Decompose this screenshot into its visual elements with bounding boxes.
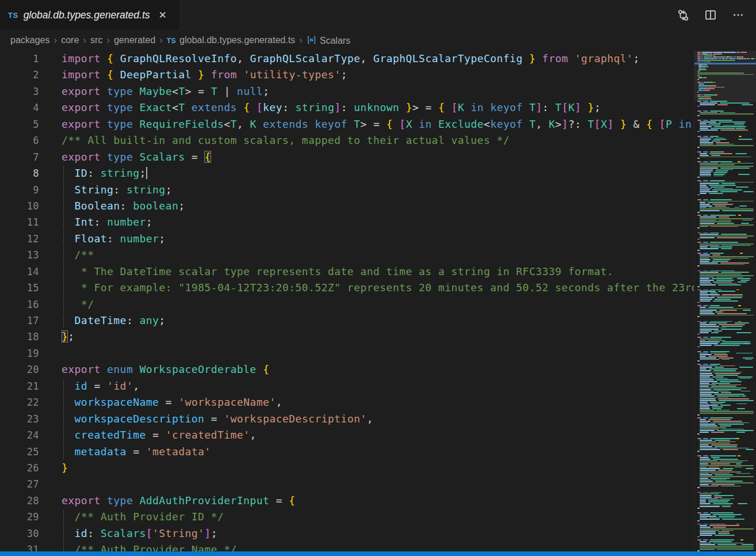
- text-cursor: [146, 167, 147, 179]
- line-number: 4: [0, 100, 39, 116]
- indent-guide: [63, 297, 64, 312]
- line-number: 13: [0, 247, 39, 263]
- code-line-text: workspaceName = 'workspaceName',: [39, 394, 282, 410]
- code-line[interactable]: 9 String: string;: [0, 182, 694, 198]
- code-line-text: export type Exact<T extends { [key: stri…: [39, 100, 601, 116]
- code-line[interactable]: 19: [0, 345, 694, 361]
- code-line[interactable]: 26}: [0, 460, 694, 476]
- split-editor-icon[interactable]: [704, 9, 717, 21]
- breadcrumb-symbol-name: Scalars: [320, 36, 350, 45]
- code-line[interactable]: 10 Boolean: boolean;: [0, 198, 694, 214]
- code-line-text: id = 'id',: [39, 378, 139, 394]
- code-line[interactable]: 16 */: [0, 296, 694, 313]
- breadcrumb-item-core[interactable]: core: [61, 35, 79, 45]
- code-line[interactable]: 27: [0, 476, 694, 492]
- code-line-text: String: string;: [39, 182, 172, 198]
- open-changes-icon[interactable]: [677, 9, 689, 21]
- tab-global-db-types-generated[interactable]: TS global.db.types.generated.ts ✕: [0, 0, 180, 30]
- code-line-text: * For example: "1985-04-12T23:20:50.52Z"…: [39, 280, 694, 296]
- breadcrumb-item-src[interactable]: src: [90, 35, 102, 45]
- typescript-file-icon: TS: [167, 37, 176, 45]
- code-line[interactable]: 15 * For example: "1985-04-12T23:20:50.5…: [0, 280, 694, 296]
- line-number: 9: [0, 182, 39, 198]
- breadcrumb-separator: ›: [299, 35, 303, 46]
- code-line-text: Int: number;: [39, 214, 152, 230]
- code-line[interactable]: 1import { GraphQLResolveInfo, GraphQLSca…: [0, 51, 694, 67]
- code-line-text: ID: string;: [39, 165, 147, 181]
- line-number: 24: [0, 427, 39, 443]
- breadcrumb-file-name: global.db.types.generated.ts: [180, 35, 295, 45]
- code-line[interactable]: 30 id: Scalars['String'];: [0, 525, 694, 542]
- line-number: 11: [0, 214, 39, 230]
- code-line[interactable]: 21 id = 'id',: [0, 378, 694, 394]
- code-line-text: Boolean: boolean;: [39, 198, 185, 214]
- line-number: 2: [0, 67, 39, 83]
- breadcrumb-item-packages[interactable]: packages: [10, 35, 50, 45]
- code-line[interactable]: 7export type Scalars = {: [0, 149, 694, 165]
- code-line-text: export type AddAuthProviderInput = {: [39, 493, 295, 509]
- breadcrumb-separator: ›: [83, 35, 86, 46]
- line-number: 27: [0, 476, 39, 492]
- code-editor[interactable]: 1import { GraphQLResolveInfo, GraphQLSca…: [0, 51, 694, 551]
- minimap[interactable]: [694, 51, 756, 551]
- indent-guide: [63, 444, 64, 459]
- line-number: 5: [0, 116, 39, 132]
- breadcrumb-item-file[interactable]: TSglobal.db.types.generated.ts: [167, 35, 295, 45]
- indent-guide: [63, 231, 64, 246]
- code-line[interactable]: 20export enum WorkspaceOrderable {: [0, 361, 694, 378]
- code-line[interactable]: 12 Float: number;: [0, 231, 694, 247]
- code-line[interactable]: 24 createdTime = 'createdTime',: [0, 427, 694, 443]
- code-line[interactable]: 11 Int: number;: [0, 214, 694, 230]
- line-number: 3: [0, 83, 39, 100]
- indent-guide: [63, 166, 64, 181]
- code-line[interactable]: 31 /** Auth Provider Name */: [0, 542, 694, 551]
- code-line[interactable]: 29 /** Auth Provider ID */: [0, 509, 694, 525]
- line-number: 10: [0, 198, 39, 214]
- line-number: 6: [0, 132, 39, 148]
- code-line-text: [39, 476, 62, 492]
- code-line[interactable]: 6/** All built-in and custom scalars, ma…: [0, 132, 694, 148]
- code-line[interactable]: 18};: [0, 329, 694, 345]
- code-line[interactable]: 28export type AddAuthProviderInput = {: [0, 493, 694, 509]
- breadcrumb-item-symbol[interactable]: Scalars: [307, 35, 350, 46]
- breadcrumb-separator: ›: [159, 35, 163, 46]
- indent-guide: [63, 264, 64, 279]
- breadcrumb-item-generated[interactable]: generated: [114, 35, 155, 45]
- code-line[interactable]: 14 * The DateTime scalar type represents…: [0, 264, 694, 280]
- code-line[interactable]: 25 metadata = 'metadata': [0, 444, 694, 460]
- more-actions-icon[interactable]: [732, 9, 744, 21]
- editor-actions: [677, 0, 756, 30]
- code-line[interactable]: 2import { DeepPartial } from 'utility-ty…: [0, 67, 694, 83]
- code-line-text: }: [39, 460, 68, 476]
- line-number: 1: [0, 51, 39, 67]
- close-tab-icon[interactable]: ✕: [157, 9, 169, 21]
- code-line[interactable]: 23 workspaceDescription = 'workspaceDesc…: [0, 411, 694, 427]
- indent-guide: [63, 280, 64, 295]
- tab-bar-empty-space: [180, 0, 677, 30]
- code-line[interactable]: 13 /**: [0, 247, 694, 263]
- indent-guide: [63, 509, 64, 524]
- code-line[interactable]: 17 DateTime: any;: [0, 313, 694, 329]
- breadcrumb-separator: ›: [106, 35, 110, 46]
- line-number: 19: [0, 345, 39, 361]
- code-line[interactable]: 22 workspaceName = 'workspaceName',: [0, 394, 694, 410]
- indent-guide: [63, 412, 64, 426]
- code-line-text: * The DateTime scalar type represents da…: [39, 264, 613, 280]
- line-number: 14: [0, 264, 39, 280]
- code-line-text: import { GraphQLResolveInfo, GraphQLScal…: [39, 51, 640, 67]
- vscode-window: TS global.db.types.generated.ts ✕: [0, 0, 756, 556]
- tab-title: global.db.types.generated.ts: [24, 9, 150, 21]
- indent-guide: [63, 199, 64, 214]
- code-line[interactable]: 3export type Maybe<T> = T | null;: [0, 83, 694, 100]
- code-line-text: export type Maybe<T> = T | null;: [39, 83, 269, 100]
- code-line[interactable]: 4export type Exact<T extends { [key: str…: [0, 100, 694, 116]
- line-number: 8: [0, 165, 39, 181]
- status-bar-edge: [0, 551, 756, 556]
- code-line[interactable]: 5export type RequireFields<T, K extends …: [0, 116, 694, 132]
- code-line-text: };: [39, 329, 75, 345]
- line-number: 15: [0, 280, 39, 296]
- code-line[interactable]: 8 ID: string;: [0, 165, 694, 181]
- minimap-slider[interactable]: [694, 51, 756, 102]
- breadcrumb: packages › core › src › generated › TSgl…: [0, 30, 756, 51]
- indent-guide: [63, 542, 64, 551]
